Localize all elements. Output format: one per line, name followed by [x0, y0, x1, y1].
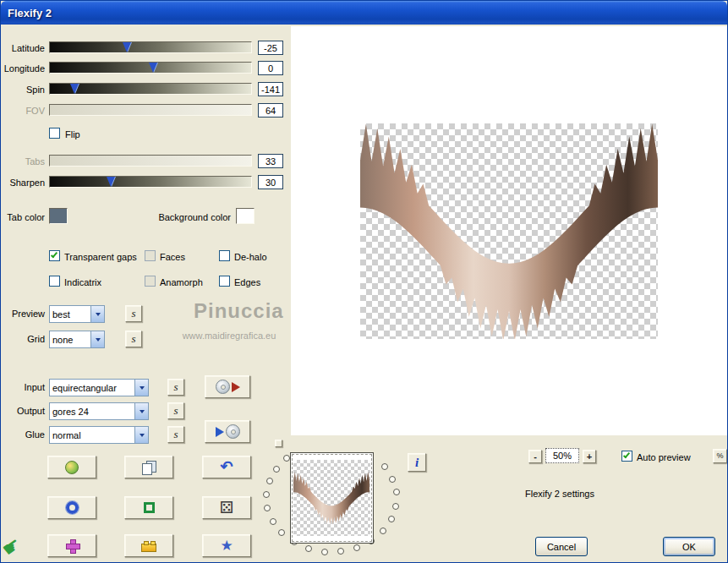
output-s-button[interactable]: s — [167, 402, 184, 419]
ornament-dot — [278, 529, 285, 536]
spin-value-input[interactable] — [258, 82, 283, 96]
sharpen-label: Sharpen — [1, 178, 45, 188]
glue-cd-button[interactable] — [205, 420, 250, 443]
ornament-dot — [263, 491, 270, 498]
auto-preview-checkbox[interactable] — [621, 451, 632, 462]
ok-button[interactable]: OK — [663, 537, 715, 556]
undo-button[interactable] — [202, 456, 251, 478]
input-select[interactable]: equirectangular — [49, 379, 149, 396]
glue-label: Glue — [1, 429, 45, 440]
preview-image — [360, 123, 658, 339]
ornament-grip — [275, 440, 282, 447]
zoom-percent-button[interactable]: % — [713, 449, 727, 463]
grid-s-button[interactable]: s — [125, 331, 142, 347]
tab-color-label: Tab color — [1, 212, 45, 222]
ornament-dot — [305, 545, 312, 552]
de-halo-label: De-halo — [234, 252, 267, 262]
cd-icon — [216, 380, 230, 394]
ornament-dot — [273, 466, 280, 473]
zoom-in-button[interactable]: + — [583, 450, 596, 463]
ornament-dot — [392, 503, 399, 510]
anamorph-label: Anamorph — [160, 277, 203, 287]
chevron-down-icon[interactable] — [134, 380, 148, 396]
glue-select[interactable]: normal — [49, 426, 149, 444]
fov-label: FOV — [1, 106, 45, 116]
latitude-slider[interactable] — [49, 41, 252, 53]
edges-label: Edges — [234, 277, 260, 287]
ornament-dot — [353, 544, 360, 551]
spin-slider[interactable] — [49, 83, 252, 95]
grid-label: Grid — [1, 334, 45, 344]
faces-label: Faces — [160, 252, 185, 262]
zoom-level-input[interactable] — [545, 448, 579, 463]
glue-s-button[interactable]: s — [167, 426, 184, 443]
chevron-down-icon[interactable] — [90, 331, 104, 347]
info-button[interactable]: i — [408, 453, 426, 472]
cross-button[interactable] — [47, 534, 96, 557]
edges-checkbox[interactable] — [219, 276, 230, 287]
chevron-down-icon[interactable] — [134, 427, 148, 443]
preview-label: Preview — [1, 309, 45, 319]
settings-status-text: Flexify 2 settings — [492, 489, 627, 499]
chevron-down-icon[interactable] — [90, 306, 104, 322]
flip-label: Flip — [65, 129, 80, 139]
preview-select-value: best — [50, 309, 90, 320]
ornament-dot — [266, 478, 273, 484]
ornament-dot — [264, 505, 271, 511]
square-button[interactable] — [124, 496, 173, 519]
flip-checkbox[interactable] — [49, 128, 60, 139]
grid-select-value: none — [50, 335, 90, 345]
lego-brick-icon — [141, 544, 156, 552]
star-button[interactable] — [202, 534, 251, 557]
background-color-swatch[interactable] — [236, 208, 255, 224]
check-icon — [51, 251, 57, 259]
preview-select[interactable]: best — [49, 305, 105, 323]
ring-button[interactable] — [47, 496, 96, 519]
longitude-slider[interactable] — [49, 62, 252, 74]
fov-value-input[interactable] — [258, 103, 283, 118]
thumbnail-wave-svg — [293, 472, 369, 524]
anamorph-checkbox — [145, 276, 156, 287]
indicatrix-label: Indicatrix — [64, 277, 101, 287]
sharpen-slider-thumb[interactable] — [107, 177, 115, 187]
purple-cross-icon — [66, 539, 79, 552]
indicatrix-checkbox[interactable] — [49, 276, 60, 287]
input-s-button[interactable]: s — [167, 379, 184, 396]
longitude-label: Longitude — [1, 63, 45, 74]
output-select[interactable]: gores 24 — [49, 402, 149, 420]
lego-button[interactable] — [124, 534, 173, 557]
input-cd-button[interactable] — [205, 375, 250, 398]
longitude-slider-thumb[interactable] — [149, 63, 157, 73]
copy-button[interactable] — [124, 456, 173, 478]
latitude-value-input[interactable] — [258, 41, 283, 55]
sharpen-value-input[interactable] — [258, 175, 283, 189]
preview-thumbnail[interactable] — [290, 452, 374, 544]
ornament-dot — [381, 463, 388, 470]
dice-button[interactable] — [202, 496, 251, 519]
title-bar[interactable]: Flexify 2 — [1, 1, 727, 25]
de-halo-checkbox[interactable] — [219, 250, 230, 261]
auto-preview-label: Auto preview — [637, 452, 691, 462]
spin-slider-thumb[interactable] — [70, 84, 79, 94]
sharpen-slider[interactable] — [49, 176, 252, 188]
longitude-value-input[interactable] — [258, 61, 283, 75]
zoom-out-button[interactable]: - — [528, 450, 542, 463]
transparent-gaps-checkbox[interactable] — [49, 250, 60, 261]
sun-button[interactable] — [47, 456, 96, 478]
transparent-gaps-label: Transparent gaps — [64, 252, 137, 262]
tab-color-swatch[interactable] — [49, 208, 68, 224]
latitude-slider-thumb[interactable] — [123, 42, 131, 52]
blue-ring-icon — [66, 501, 79, 514]
chevron-down-icon[interactable] — [134, 403, 148, 419]
tabs-value-input[interactable] — [258, 154, 283, 168]
green-hand-icon — [0, 532, 26, 561]
page-copy-icon — [142, 461, 156, 474]
glue-select-value: normal — [50, 430, 134, 440]
sun-face-icon — [65, 461, 79, 474]
ornament-dot — [337, 548, 344, 555]
latitude-label: Latitude — [1, 43, 45, 53]
grid-select[interactable]: none — [49, 331, 105, 348]
blue-play-icon — [216, 427, 224, 437]
cancel-button[interactable]: Cancel — [535, 537, 588, 556]
preview-s-button[interactable]: s — [125, 305, 142, 322]
